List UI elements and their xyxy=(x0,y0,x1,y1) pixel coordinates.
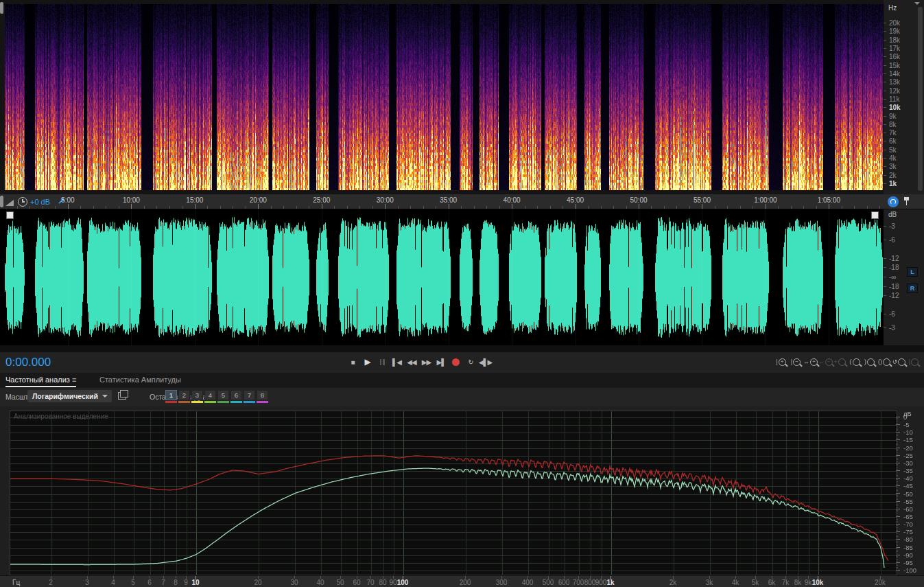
loop-icon[interactable] xyxy=(888,196,899,207)
tab-frequency-analysis[interactable]: Частотный анализ ≡ xyxy=(5,376,76,387)
ruler-scroll-handle[interactable] xyxy=(0,196,3,207)
zoom-in-at-out-point-button[interactable]: ) xyxy=(862,356,877,368)
spectrogram-freq-tick-label: 3k xyxy=(889,163,897,170)
ruler-time-label: 55:00 xyxy=(694,196,711,204)
ruler-tick xyxy=(486,206,487,209)
ruler-time-label: 1:00:00 xyxy=(754,196,777,204)
zoom-in-at-in-point-button[interactable]: ( xyxy=(848,356,862,368)
stop-button[interactable]: ■ xyxy=(346,355,359,369)
loop-playback-button[interactable]: ↻ xyxy=(464,355,477,369)
pin-icon[interactable] xyxy=(903,197,910,207)
record-button[interactable] xyxy=(449,355,463,369)
ruler-tick xyxy=(639,204,639,209)
scroll-handle[interactable] xyxy=(0,2,3,14)
clock-icon[interactable] xyxy=(18,197,27,207)
zoom-out-time-button[interactable]: |− xyxy=(789,356,803,368)
ruler-time-label: 45:00 xyxy=(567,196,584,204)
go-to-end-button[interactable]: ▶▌ xyxy=(434,355,448,369)
chart-y-tick-label: -100 xyxy=(903,566,916,574)
zoom-history-button[interactable]: ↺ xyxy=(892,356,906,368)
ruler-tick xyxy=(271,206,272,209)
skip-selection-button[interactable]: ◀▌▶ xyxy=(479,355,493,369)
go-to-start-button[interactable]: ▌◀ xyxy=(390,355,404,369)
spectrogram-panel: Hz 20k19k18k17k16k15k14k13k12k11k10k9k8k… xyxy=(0,0,924,194)
vertical-scrollbar[interactable] xyxy=(918,7,923,191)
axis-tick xyxy=(884,82,886,82)
chart-y-tick-label: -80 xyxy=(903,536,913,543)
chart-x-tick-label: 7k xyxy=(782,579,790,586)
ruler-tick xyxy=(296,206,297,209)
axis-tick xyxy=(884,240,886,240)
ruler-time-label: 15:00 xyxy=(186,196,203,204)
fade-out-handle[interactable] xyxy=(871,211,879,219)
ruler-tick xyxy=(68,204,69,209)
frequency-chart-plot[interactable] xyxy=(10,411,897,575)
axis-tick xyxy=(884,56,886,57)
chart-x-tick-label: 800 xyxy=(584,579,596,586)
ruler-tick xyxy=(676,206,677,209)
panel-menu-chevron[interactable] xyxy=(914,2,920,5)
pause-button[interactable] xyxy=(375,355,389,369)
panel-divider[interactable] xyxy=(0,345,924,352)
timeline-ruler[interactable]: +0 dB ↗ 5:0010:0015:0020:0025:0030:0035:… xyxy=(0,194,924,209)
fast-forward-button[interactable]: ▶▶ xyxy=(420,355,434,369)
ruler-tick xyxy=(550,206,551,209)
freeze-frame-2-button[interactable]: 2 xyxy=(178,390,190,403)
play-button[interactable]: ▶ xyxy=(361,355,375,369)
freeze-frame-4-button[interactable]: 4 xyxy=(204,390,216,403)
chart-y-tick-label: -75 xyxy=(903,528,913,536)
axis-tick xyxy=(884,314,886,314)
freeze-frame-7-button[interactable]: 7 xyxy=(244,390,255,403)
chart-x-tick-label: 30 xyxy=(290,579,298,586)
zoom-to-selection-button[interactable]: ↔+ xyxy=(803,356,818,368)
ruler-tick xyxy=(119,206,119,209)
zoom-out-full-button[interactable]: ↔− xyxy=(818,356,833,368)
ruler-tick xyxy=(588,206,589,209)
zoom-selection-in-time-button[interactable]: () xyxy=(877,356,892,368)
chart-y-tick-label: -90 xyxy=(903,551,913,558)
chart-y-tick-label: -15 xyxy=(903,436,913,444)
chart-x-tick-label: 3 xyxy=(85,579,89,586)
ruler-tick xyxy=(169,206,170,209)
chart-x-tick-label: 9 xyxy=(184,579,188,586)
audition-window: Hz 20k19k18k17k16k15k14k13k12k11k10k9k8k… xyxy=(0,0,924,587)
ruler-tick xyxy=(43,206,43,209)
volume-envelope-icon[interactable] xyxy=(5,200,14,206)
chart-x-tick-label: 900 xyxy=(595,579,607,586)
ruler-tick xyxy=(131,204,132,209)
channel-left-badge[interactable]: L xyxy=(907,267,918,277)
fade-in-handle[interactable] xyxy=(6,211,14,219)
waveform-db-tick-label: -6 xyxy=(889,310,895,318)
ruler-tick xyxy=(601,206,602,209)
playhead-time-display[interactable]: 0:00.000 xyxy=(5,356,51,369)
chart-y-tick-label: -25 xyxy=(903,451,913,459)
freeze-frame-1-button[interactable]: 1 xyxy=(165,390,177,403)
chart-y-tick-label: -30 xyxy=(903,459,913,466)
chart-x-tick-label: 10 xyxy=(191,579,199,586)
panel-menu-icon[interactable]: ≡ xyxy=(72,376,76,384)
zoom-full-button[interactable]: | xyxy=(907,356,921,368)
spectrogram-freq-tick-label: 19k xyxy=(889,27,900,35)
freeze-frame-6-button[interactable]: 6 xyxy=(230,390,242,403)
ruler-tick xyxy=(537,206,538,209)
ruler-tick xyxy=(55,206,56,209)
chart-x-tick-label: 2k xyxy=(670,579,677,586)
scale-dropdown[interactable]: Логарифмический xyxy=(27,390,112,402)
spectrogram-display[interactable] xyxy=(5,4,884,190)
zoom-reset-button[interactable]: + xyxy=(833,356,847,368)
ruler-time-label: 20:00 xyxy=(250,196,267,204)
zoom-in-time-button[interactable]: |+ xyxy=(774,356,788,368)
channel-right-badge[interactable]: R xyxy=(907,284,918,293)
freeze-frame-3-button[interactable]: 3 xyxy=(191,390,203,403)
freeze-frame-5-button[interactable]: 5 xyxy=(217,390,229,403)
copy-frequency-data-icon[interactable] xyxy=(118,392,126,400)
clip-gain-value[interactable]: +0 dB xyxy=(30,198,50,206)
rewind-button[interactable]: ◀◀ xyxy=(405,355,418,369)
waveform-display[interactable] xyxy=(5,209,884,345)
freeze-frame-8-button[interactable]: 8 xyxy=(257,390,268,403)
waveform-db-tick-label: -6 xyxy=(889,236,895,244)
ruler-tick xyxy=(664,206,665,209)
chart-x-tick-label: 9k xyxy=(805,579,812,586)
ruler-tick xyxy=(626,206,627,209)
tab-amplitude-statistics[interactable]: Статистика Амплитуды xyxy=(99,376,181,384)
